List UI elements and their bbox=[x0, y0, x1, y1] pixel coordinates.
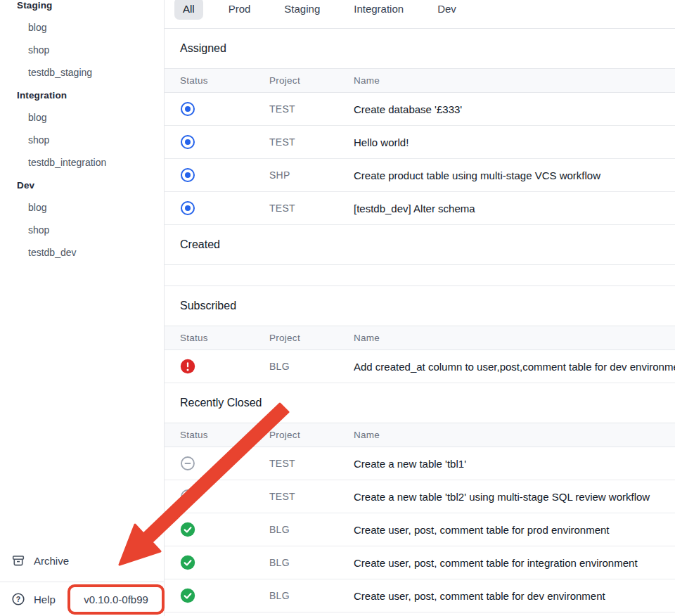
project-cell: TEST bbox=[269, 491, 354, 502]
sidebar-item-blog[interactable]: blog bbox=[0, 106, 164, 129]
table-column-header: StatusProjectName bbox=[165, 326, 675, 350]
sidebar-section-staging: Staging bbox=[0, 0, 164, 16]
status-open-icon bbox=[180, 167, 195, 183]
issue-row[interactable]: BLGCreate user, post, comment table for … bbox=[165, 579, 675, 612]
status-cell bbox=[180, 200, 269, 216]
column-label-status: Status bbox=[180, 333, 269, 343]
issue-name-cell: Create database '£333' bbox=[354, 103, 675, 115]
tab-integration[interactable]: Integration bbox=[345, 0, 412, 20]
issue-name-cell: Create user, post, comment table for dev… bbox=[354, 590, 675, 602]
sidebar-item-testdb-dev[interactable]: testdb_dev bbox=[0, 241, 164, 264]
sidebar-item-shop[interactable]: shop bbox=[0, 219, 164, 241]
issue-name-cell: Create user, post, comment table for pro… bbox=[354, 524, 675, 536]
status-cell bbox=[180, 167, 269, 183]
issue-name-cell: Add created_at column to user,post,comme… bbox=[354, 361, 675, 373]
main-content: AllProdStagingIntegrationDev AssignedSta… bbox=[165, 0, 675, 616]
status-cell bbox=[180, 522, 269, 537]
issue-name-cell: Create user, post, comment table for int… bbox=[354, 557, 675, 569]
issue-name-cell: Create product table using multi-stage V… bbox=[354, 169, 675, 181]
section-title-recently-closed: Recently Closed bbox=[165, 383, 675, 423]
sidebar-item-testdb-integration[interactable]: testdb_integration bbox=[0, 151, 164, 174]
project-cell: TEST bbox=[269, 103, 354, 115]
issue-row[interactable]: SHPCreate product table using multi-stag… bbox=[165, 159, 675, 192]
issue-row[interactable]: TESTHello world! bbox=[165, 126, 675, 159]
project-cell: BLG bbox=[269, 557, 354, 568]
status-canceled-icon bbox=[180, 489, 195, 504]
tab-prod[interactable]: Prod bbox=[220, 0, 259, 20]
status-done-icon bbox=[180, 522, 195, 537]
sidebar-item-shop[interactable]: shop bbox=[0, 129, 164, 151]
issue-row[interactable]: TESTCreate a new table 'tbl2' using mult… bbox=[165, 480, 675, 513]
project-cell: BLG bbox=[269, 361, 354, 372]
tab-all[interactable]: All bbox=[174, 0, 203, 20]
sidebar: Stagingblogshoptestdb_stagingIntegration… bbox=[0, 0, 165, 616]
column-label-project: Project bbox=[269, 333, 354, 343]
help-label: Help bbox=[34, 593, 56, 605]
status-cell bbox=[180, 101, 269, 117]
svg-text:?: ? bbox=[16, 595, 20, 603]
project-cell: TEST bbox=[269, 203, 354, 214]
project-cell: TEST bbox=[269, 136, 354, 148]
environment-tabbar: AllProdStagingIntegrationDev bbox=[165, 0, 675, 29]
project-cell: SHP bbox=[269, 169, 354, 181]
column-label-status: Status bbox=[180, 430, 269, 440]
status-open-icon bbox=[180, 101, 195, 117]
status-cell bbox=[180, 489, 269, 504]
issue-sections: AssignedStatusProjectNameTESTCreate data… bbox=[165, 29, 675, 612]
archive-button[interactable]: Archive bbox=[0, 547, 164, 574]
status-attention-icon bbox=[180, 359, 195, 374]
issue-name-cell: [testdb_dev] Alter schema bbox=[354, 203, 675, 214]
column-label-project: Project bbox=[269, 75, 354, 86]
column-label-status: Status bbox=[180, 75, 269, 86]
status-done-icon bbox=[180, 555, 195, 570]
section-recently-closed: Recently ClosedStatusProjectNameTESTCrea… bbox=[165, 383, 675, 612]
sidebar-item-blog[interactable]: blog bbox=[0, 16, 164, 39]
section-title-subscribed: Subscribed bbox=[165, 286, 675, 326]
section-subscribed: SubscribedStatusProjectNameBLGAdd create… bbox=[165, 286, 675, 383]
sidebar-item-blog[interactable]: blog bbox=[0, 196, 164, 219]
table-column-header: StatusProjectName bbox=[165, 423, 675, 447]
status-cell bbox=[180, 359, 269, 374]
column-label-name: Name bbox=[354, 430, 675, 440]
section-title-assigned: Assigned bbox=[165, 29, 675, 68]
status-cell bbox=[180, 456, 269, 471]
section-created: Created bbox=[165, 225, 675, 286]
status-cell bbox=[180, 134, 269, 150]
issue-name-cell: Create a new table 'tbl1' bbox=[354, 458, 675, 470]
archive-icon bbox=[11, 553, 25, 567]
column-label-name: Name bbox=[354, 333, 675, 343]
archive-label: Archive bbox=[34, 555, 69, 567]
sidebar-section-dev: Dev bbox=[0, 174, 164, 196]
tab-dev[interactable]: Dev bbox=[429, 0, 465, 20]
sidebar-item-shop[interactable]: shop bbox=[0, 39, 164, 61]
project-cell: TEST bbox=[269, 458, 354, 469]
issue-dashboard: Stagingblogshoptestdb_stagingIntegration… bbox=[0, 0, 675, 616]
sidebar-section-integration: Integration bbox=[0, 84, 164, 106]
issue-row[interactable]: BLGCreate user, post, comment table for … bbox=[165, 513, 675, 546]
issue-row[interactable]: TESTCreate a new table 'tbl1' bbox=[165, 447, 675, 480]
sidebar-tree: Stagingblogshoptestdb_stagingIntegration… bbox=[0, 0, 164, 264]
project-cell: BLG bbox=[269, 524, 354, 535]
help-button[interactable]: ? Help bbox=[11, 592, 56, 606]
issue-row[interactable]: BLGCreate user, post, comment table for … bbox=[165, 546, 675, 579]
status-open-icon bbox=[180, 134, 195, 150]
issue-name-cell: Hello world! bbox=[354, 136, 675, 148]
status-cell bbox=[180, 555, 269, 570]
status-done-icon bbox=[180, 588, 195, 603]
version-badge[interactable]: v0.10.0-0fb99 bbox=[68, 584, 165, 615]
status-cell bbox=[180, 588, 269, 603]
issue-row[interactable]: TESTCreate database '£333' bbox=[165, 93, 675, 126]
section-assigned: AssignedStatusProjectNameTESTCreate data… bbox=[165, 29, 675, 225]
empty-table-placeholder bbox=[165, 264, 675, 286]
sidebar-footer: Archive ? Help v0.10.0-0fb99 bbox=[0, 547, 164, 616]
tab-staging[interactable]: Staging bbox=[276, 0, 328, 20]
column-label-name: Name bbox=[354, 75, 675, 86]
status-open-icon bbox=[180, 200, 195, 216]
sidebar-item-testdb-staging[interactable]: testdb_staging bbox=[0, 61, 164, 84]
issue-row[interactable]: TEST[testdb_dev] Alter schema bbox=[165, 192, 675, 225]
table-column-header: StatusProjectName bbox=[165, 68, 675, 93]
status-canceled-icon bbox=[180, 456, 195, 471]
issue-row[interactable]: BLGAdd created_at column to user,post,co… bbox=[165, 350, 675, 383]
column-label-project: Project bbox=[269, 430, 354, 440]
project-cell: BLG bbox=[269, 590, 354, 601]
